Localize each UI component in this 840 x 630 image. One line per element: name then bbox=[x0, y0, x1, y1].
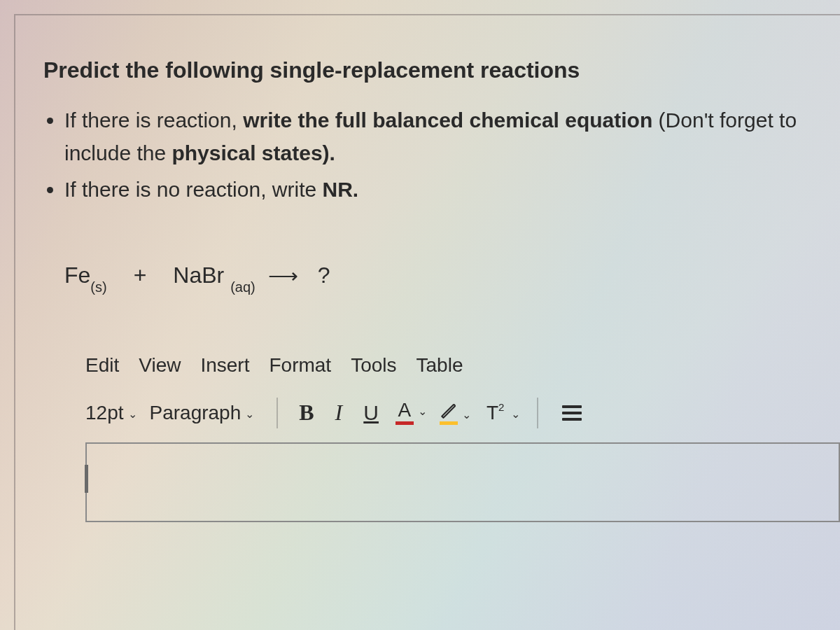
menu-table[interactable]: Table bbox=[416, 354, 463, 377]
chevron-down-icon: ⌄ bbox=[128, 407, 137, 421]
font-size-dropdown[interactable]: 12pt ⌄ bbox=[85, 402, 137, 424]
toolbar-divider bbox=[276, 398, 278, 428]
text-color-icon: A bbox=[398, 400, 412, 420]
text-fragment: If there is reaction, bbox=[64, 108, 243, 132]
text-bold: physical states). bbox=[172, 141, 335, 164]
reactant-2: NaBr (aq) bbox=[173, 262, 255, 291]
editor-menubar: Edit View Insert Format Tools Table bbox=[85, 354, 812, 377]
chevron-down-icon: ⌄ bbox=[511, 407, 520, 421]
font-size-value: 12pt bbox=[85, 402, 124, 424]
chevron-down-icon: ⌄ bbox=[462, 408, 471, 421]
product-placeholder: ? bbox=[318, 262, 330, 288]
color-swatch bbox=[396, 421, 414, 425]
paragraph-style-value: Paragraph bbox=[150, 402, 241, 424]
menu-insert[interactable]: Insert bbox=[200, 354, 249, 377]
question-title: Predict the following single-replacement… bbox=[43, 57, 812, 83]
answer-textarea[interactable] bbox=[85, 442, 840, 522]
question-panel: Predict the following single-replacement… bbox=[14, 14, 840, 630]
color-swatch bbox=[440, 421, 458, 425]
rich-text-editor: Edit View Insert Format Tools Table 12pt… bbox=[85, 354, 812, 522]
menu-tools[interactable]: Tools bbox=[351, 354, 396, 377]
paragraph-style-dropdown[interactable]: Paragraph ⌄ bbox=[150, 402, 255, 424]
plus-sign: + bbox=[134, 262, 147, 288]
reaction-equation: Fe(s) + NaBr (aq) ⟶ ? bbox=[64, 262, 812, 291]
menu-edit[interactable]: Edit bbox=[85, 354, 119, 377]
instruction-item: If there is no reaction, write NR. bbox=[64, 174, 812, 206]
glyph-base: T bbox=[486, 402, 498, 424]
italic-button[interactable]: I bbox=[331, 400, 347, 426]
text-bold: write the full balanced chemical equatio… bbox=[243, 108, 652, 132]
chevron-down-icon: ⌄ bbox=[418, 405, 427, 418]
toolbar-divider bbox=[537, 398, 538, 428]
resize-handle[interactable] bbox=[85, 465, 88, 493]
highlighter-icon bbox=[440, 400, 458, 420]
menu-format[interactable]: Format bbox=[269, 354, 331, 377]
reaction-arrow: ⟶ bbox=[268, 263, 298, 288]
chevron-down-icon: ⌄ bbox=[245, 407, 254, 421]
underline-button[interactable]: U bbox=[359, 401, 383, 425]
formula-state: (aq) bbox=[230, 279, 255, 295]
text-fragment: If there is no reaction, write bbox=[64, 178, 323, 201]
formula-state: (s) bbox=[90, 279, 106, 295]
highlight-color-dropdown[interactable]: ⌄ bbox=[440, 400, 471, 425]
more-options-button[interactable] bbox=[562, 405, 582, 421]
instruction-item: If there is reaction, write the full bal… bbox=[64, 104, 812, 169]
superscript-dropdown[interactable]: T2 ⌄ bbox=[484, 402, 520, 424]
instruction-list: If there is reaction, write the full bal… bbox=[64, 104, 812, 206]
reactant-1: Fe(s) bbox=[64, 262, 107, 291]
menu-view[interactable]: View bbox=[139, 354, 181, 377]
superscript-icon: T2 bbox=[484, 402, 507, 424]
text-bold: NR. bbox=[323, 178, 359, 201]
formula-base: Fe bbox=[64, 262, 90, 288]
glyph-exponent: 2 bbox=[498, 401, 504, 413]
text-color-dropdown[interactable]: A ⌄ bbox=[396, 400, 427, 425]
formula-base: NaBr bbox=[173, 262, 224, 288]
editor-toolbar: 12pt ⌄ Paragraph ⌄ B I U A ⌄ bbox=[85, 398, 812, 428]
bold-button[interactable]: B bbox=[295, 400, 318, 426]
